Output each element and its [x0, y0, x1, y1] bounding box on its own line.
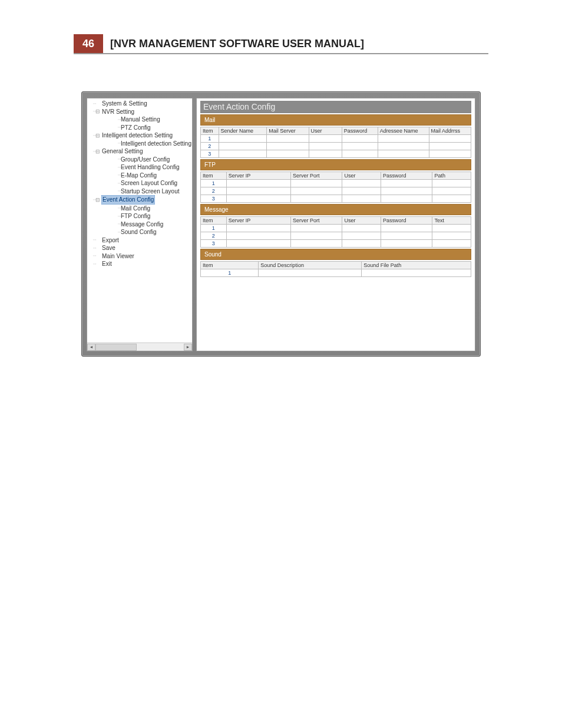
table-cell[interactable]: [309, 150, 342, 158]
scroll-left-icon[interactable]: ◄: [87, 344, 95, 351]
table-cell[interactable]: [309, 143, 342, 150]
horizontal-scrollbar[interactable]: ◄ ►: [87, 342, 192, 351]
table-cell[interactable]: [429, 135, 471, 143]
table-row[interactable]: 2: [201, 143, 471, 150]
table-cell[interactable]: [290, 180, 342, 187]
sound-grid[interactable]: ItemSound DescriptionSound File Path1: [200, 261, 471, 277]
table-row[interactable]: 1: [201, 225, 471, 232]
table-cell[interactable]: [342, 180, 381, 187]
table-cell[interactable]: [432, 195, 471, 203]
table-cell[interactable]: [226, 232, 290, 240]
table-cell[interactable]: [381, 232, 432, 240]
table-cell[interactable]: 1: [201, 180, 227, 187]
table-cell[interactable]: [342, 150, 378, 158]
table-cell[interactable]: [342, 225, 381, 232]
tree-item[interactable]: ┈Sound Config: [91, 228, 192, 236]
table-row[interactable]: 1: [201, 135, 471, 143]
table-cell[interactable]: [381, 195, 432, 203]
column-header[interactable]: Sound Description: [259, 262, 362, 269]
column-header[interactable]: Adressee Name: [378, 127, 429, 135]
table-cell[interactable]: [342, 240, 381, 248]
column-header[interactable]: Server IP: [226, 172, 290, 180]
table-cell[interactable]: [290, 187, 342, 195]
table-cell[interactable]: 2: [201, 232, 227, 240]
table-row[interactable]: 1: [201, 180, 471, 187]
table-cell[interactable]: 1: [201, 269, 259, 277]
table-row[interactable]: 3: [201, 240, 471, 248]
collapse-icon[interactable]: ⊟: [95, 108, 101, 115]
column-header[interactable]: User: [309, 127, 342, 135]
column-header[interactable]: Item: [201, 217, 227, 225]
tree-item[interactable]: ┈Save: [91, 244, 192, 252]
scroll-right-icon[interactable]: ►: [184, 344, 192, 351]
table-cell[interactable]: [432, 240, 471, 248]
table-cell[interactable]: [432, 225, 471, 232]
table-cell[interactable]: [290, 195, 342, 203]
table-cell[interactable]: 2: [201, 187, 227, 195]
tree-item[interactable]: ┈Exit: [91, 260, 192, 268]
table-cell[interactable]: [309, 135, 342, 143]
table-cell[interactable]: [226, 225, 290, 232]
table-cell[interactable]: [290, 240, 342, 248]
table-cell[interactable]: 2: [201, 143, 219, 150]
collapse-icon[interactable]: ⊟: [95, 132, 101, 139]
table-cell[interactable]: [429, 150, 471, 158]
tree-item[interactable]: ┈⊟General Setting: [91, 147, 192, 156]
collapse-icon[interactable]: ⊟: [95, 196, 101, 203]
table-cell[interactable]: [342, 187, 381, 195]
column-header[interactable]: Server IP: [226, 217, 290, 225]
scroll-track[interactable]: [95, 344, 184, 351]
table-cell[interactable]: [226, 195, 290, 203]
table-cell[interactable]: [219, 143, 267, 150]
tree-item[interactable]: ┈Screen Layout Config: [91, 179, 192, 187]
table-cell[interactable]: 3: [201, 150, 219, 158]
table-cell[interactable]: 3: [201, 240, 227, 248]
column-header[interactable]: Item: [201, 262, 259, 269]
column-header[interactable]: Sound File Path: [362, 262, 471, 269]
table-row[interactable]: 3: [201, 150, 471, 158]
message-grid[interactable]: ItemServer IPServer PortUserPasswordText…: [200, 216, 471, 248]
table-cell[interactable]: [378, 135, 429, 143]
table-cell[interactable]: [429, 143, 471, 150]
tree-item[interactable]: ┈⊟Intelligent detection Setting: [91, 131, 192, 140]
table-cell[interactable]: [342, 195, 381, 203]
table-cell[interactable]: [381, 225, 432, 232]
tree-item[interactable]: ┈System & Setting: [91, 100, 192, 108]
table-cell[interactable]: [362, 269, 471, 277]
column-header[interactable]: Password: [342, 127, 378, 135]
column-header[interactable]: Mail Server: [267, 127, 309, 135]
tree-item[interactable]: ┈Group/User Config: [91, 156, 192, 164]
tree-item[interactable]: ┈E-Map Config: [91, 172, 192, 180]
column-header[interactable]: Item: [201, 127, 219, 135]
collapse-icon[interactable]: ⊟: [95, 148, 101, 155]
tree-item[interactable]: ┈Intelligent detection Setting: [91, 140, 192, 148]
table-cell[interactable]: [381, 240, 432, 248]
table-cell[interactable]: [259, 269, 362, 277]
table-cell[interactable]: [342, 143, 378, 150]
tree-item[interactable]: ┈PTZ Config: [91, 124, 192, 132]
column-header[interactable]: Path: [432, 172, 471, 180]
table-cell[interactable]: [267, 143, 309, 150]
table-cell[interactable]: [290, 232, 342, 240]
tree-item[interactable]: ┈FTP Config: [91, 212, 192, 220]
tree-item[interactable]: ┈Startup Screen Layout: [91, 187, 192, 196]
table-cell[interactable]: [432, 180, 471, 187]
column-header[interactable]: Password: [381, 172, 432, 180]
table-cell[interactable]: [378, 150, 429, 158]
table-cell[interactable]: [381, 187, 432, 195]
tree-item[interactable]: ┈Export: [91, 236, 192, 245]
mail-grid[interactable]: ItemSender NameMail ServerUserPasswordAd…: [200, 127, 471, 158]
tree-item[interactable]: ┈Mail Config: [91, 205, 192, 213]
table-cell[interactable]: [226, 180, 290, 187]
table-cell[interactable]: [226, 240, 290, 248]
table-row[interactable]: 2: [201, 232, 471, 240]
table-cell[interactable]: [378, 143, 429, 150]
column-header[interactable]: User: [342, 172, 381, 180]
tree-item[interactable]: ┈Event Handling Config: [91, 163, 192, 172]
table-cell[interactable]: [342, 135, 378, 143]
column-header[interactable]: Item: [201, 172, 227, 180]
column-header[interactable]: Password: [381, 217, 432, 225]
table-cell[interactable]: 1: [201, 225, 227, 232]
table-cell[interactable]: [267, 150, 309, 158]
table-cell[interactable]: [226, 187, 290, 195]
